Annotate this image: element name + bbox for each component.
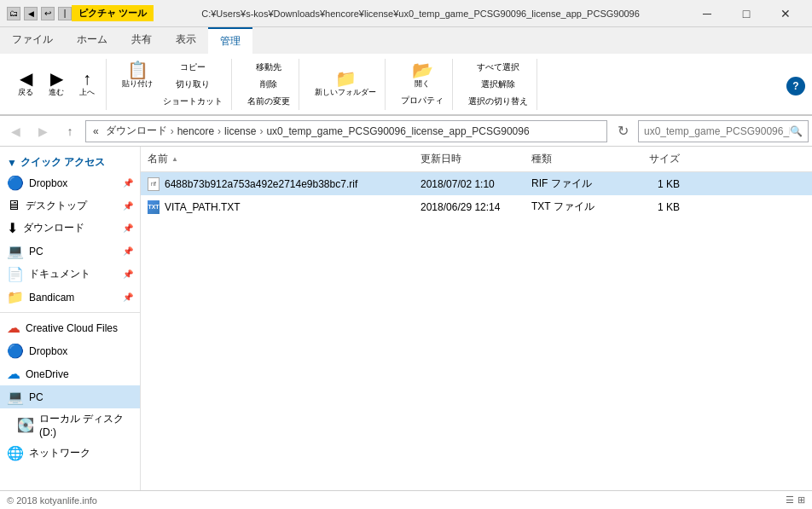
file-size-1: 1 KB bbox=[618, 200, 687, 215]
file-date-0: 2018/07/02 1:10 bbox=[414, 176, 525, 192]
ribbon-btn-forward[interactable]: ▶ 進む bbox=[43, 68, 70, 100]
file-row-0[interactable]: rif 6488b73b912a753a492e2714e9b38bc7.rif… bbox=[141, 172, 812, 195]
sidebar-item-network-label: ネットワーク bbox=[29, 446, 133, 460]
tab-share[interactable]: 共有 bbox=[119, 27, 164, 54]
ribbon-btn-select-none[interactable]: 選択解除 bbox=[478, 77, 519, 92]
nav-up-button[interactable]: ↑ bbox=[58, 119, 82, 143]
statusbar: © 2018 kotyanlife.info ☰ ⊞ bbox=[0, 490, 812, 509]
ribbon-btn-back[interactable]: ◀ 戻る bbox=[12, 68, 39, 100]
breadcrumb-license[interactable]: license bbox=[223, 125, 258, 137]
btn-new-folder-label: 新しいフォルダー bbox=[315, 87, 376, 98]
breadcrumb-hencore[interactable]: hencore bbox=[176, 125, 216, 137]
search-icon: 🔍 bbox=[790, 125, 803, 137]
piccha-tab[interactable]: ピクチャ ツール bbox=[72, 5, 154, 21]
ribbon-btn-cut[interactable]: 切り取り bbox=[160, 77, 226, 92]
list-view-icon[interactable]: ☰ bbox=[786, 495, 794, 506]
maximize-button[interactable]: □ bbox=[727, 0, 766, 27]
forward-icon: ▶ bbox=[50, 70, 63, 87]
undo-icon[interactable]: ↩ bbox=[41, 7, 55, 20]
sidebar-item-dropbox2[interactable]: 🔵 Dropbox bbox=[0, 339, 140, 362]
refresh-button[interactable]: ↻ bbox=[611, 119, 635, 143]
sidebar-item-creative-cloud[interactable]: ☁ Creative Cloud Files bbox=[0, 316, 140, 339]
sidebar-section-quick-access[interactable]: ▼ クイック アクセス bbox=[0, 150, 140, 171]
ribbon-btn-new-folder[interactable]: 📁 新しいフォルダー bbox=[311, 68, 380, 100]
address-path[interactable]: « ダウンロード › hencore › license › ux0_temp_… bbox=[85, 120, 607, 142]
sidebar-item-network[interactable]: 🌐 ネットワーク bbox=[0, 442, 140, 465]
sidebar-item-local-disk[interactable]: 💽 ローカル ディスク (D:) bbox=[0, 408, 140, 442]
ribbon-btn-rename[interactable]: 名前の変更 bbox=[244, 94, 293, 109]
pin-icon-2: 📌 bbox=[123, 223, 133, 233]
bandicam-folder-icon: 📁 bbox=[7, 289, 24, 305]
ribbon-btn-copy[interactable]: コピー bbox=[160, 60, 226, 75]
ribbon-group-nav: ◀ 戻る ▶ 進む ↑ 上へ bbox=[7, 59, 107, 110]
sidebar-item-desktop-label: デスクトップ bbox=[26, 199, 118, 213]
documents-icon: 📄 bbox=[7, 266, 24, 282]
help-button[interactable]: ? bbox=[786, 77, 805, 95]
titlebar-controls: ─ □ ✕ bbox=[687, 0, 805, 27]
sidebar: ▼ クイック アクセス 🔵 Dropbox 📌 🖥 デスクトップ 📌 ⬇ ダウン… bbox=[0, 147, 141, 490]
ribbon-row-nav: ◀ 戻る ▶ 進む ↑ 上へ bbox=[12, 68, 101, 100]
file-date-1: 2018/06/29 12:14 bbox=[414, 200, 525, 215]
nav-forward-button[interactable]: ▶ bbox=[31, 119, 55, 143]
ribbon-btn-delete[interactable]: 削除 bbox=[255, 77, 282, 92]
tab-manage[interactable]: 管理 bbox=[208, 27, 252, 54]
quick-access-icon[interactable]: ◀ bbox=[24, 7, 38, 20]
pin-icon-4: 📌 bbox=[123, 269, 133, 279]
col-size-label: サイズ bbox=[649, 153, 680, 165]
search-input[interactable] bbox=[644, 125, 790, 137]
net-icon: 🌐 bbox=[7, 445, 24, 461]
sidebar-item-pc-label: PC bbox=[29, 391, 133, 403]
sidebar-item-desktop[interactable]: 🖥 デスクトップ 📌 bbox=[0, 194, 140, 217]
sidebar-item-dropbox[interactable]: 🔵 Dropbox 📌 bbox=[0, 171, 140, 194]
ribbon-row-clipboard: 📋 貼り付け コピー 切り取り ショートカット bbox=[119, 60, 226, 109]
sidebar-item-documents[interactable]: 📄 ドキュメント 📌 bbox=[0, 263, 140, 286]
sidebar-item-downloads[interactable]: ⬇ ダウンロード 📌 bbox=[0, 217, 140, 240]
breadcrumb-current[interactable]: ux0_temp_game_PCSG90096_license_app_PCSG… bbox=[264, 125, 531, 137]
file-icon-txt: TXT bbox=[148, 200, 160, 214]
redo-icon[interactable]: | bbox=[58, 7, 72, 20]
sidebar-item-onedrive[interactable]: ☁ OneDrive bbox=[0, 362, 140, 385]
new-folder-icon: 📁 bbox=[335, 70, 357, 87]
ribbon-btn-move[interactable]: 移動先 bbox=[252, 60, 285, 75]
tab-file[interactable]: ファイル bbox=[0, 27, 65, 54]
file-row-1[interactable]: TXT VITA_PATH.TXT 2018/06/29 12:14 TXT フ… bbox=[141, 195, 812, 218]
breadcrumb-downloads[interactable]: ダウンロード bbox=[104, 124, 169, 138]
sidebar-item-bandicam-label: Bandicam bbox=[29, 292, 118, 304]
sidebar-item-onedrive-label: OneDrive bbox=[26, 368, 133, 380]
ribbon-content: ◀ 戻る ▶ 進む ↑ 上へ 📋 貼り付け bbox=[0, 54, 812, 115]
col-header-name[interactable]: 名前 ▲ bbox=[141, 150, 414, 168]
breadcrumb-root[interactable]: « bbox=[91, 125, 101, 137]
back-icon: ◀ bbox=[20, 70, 32, 87]
col-header-type[interactable]: 種類 bbox=[525, 150, 618, 168]
pc-icon-qa: 💻 bbox=[7, 243, 24, 259]
tab-view[interactable]: 表示 bbox=[164, 27, 208, 54]
sidebar-item-pc-qa[interactable]: 💻 PC 📌 bbox=[0, 240, 140, 263]
dropbox2-icon: 🔵 bbox=[7, 343, 24, 359]
search-box[interactable]: 🔍 bbox=[638, 120, 809, 142]
nav-back-button[interactable]: ◀ bbox=[3, 119, 27, 143]
col-header-size[interactable]: サイズ bbox=[618, 150, 687, 168]
ribbon-btn-copy-paste[interactable]: 📋 貼り付け bbox=[119, 60, 156, 109]
tab-home[interactable]: ホーム bbox=[65, 27, 119, 54]
file-type-0: RIF ファイル bbox=[525, 175, 618, 193]
minimize-button[interactable]: ─ bbox=[687, 0, 727, 27]
grid-view-icon[interactable]: ⊞ bbox=[798, 495, 805, 506]
ribbon-btn-up[interactable]: ↑ 上へ bbox=[73, 68, 101, 100]
ribbon-btn-select-all[interactable]: すべて選択 bbox=[473, 60, 523, 75]
col-header-date[interactable]: 更新日時 bbox=[414, 150, 525, 168]
ribbon-btn-shortcut[interactable]: ショートカット bbox=[160, 94, 226, 109]
ribbon-btn-open[interactable]: 📂 開く bbox=[409, 60, 437, 91]
breadcrumb-arrow-2: › bbox=[216, 125, 223, 137]
address-bar: ◀ ▶ ↑ « ダウンロード › hencore › license › ux0… bbox=[0, 116, 812, 147]
file-name-label-0: 6488b73b912a753a492e2714e9b38bc7.rif bbox=[165, 178, 357, 190]
sidebar-item-bandicam[interactable]: 📁 Bandicam 📌 bbox=[0, 286, 140, 309]
window-icon: 🗂 bbox=[7, 7, 20, 20]
file-name-0: rif 6488b73b912a753a492e2714e9b38bc7.rif bbox=[141, 176, 414, 193]
ribbon-btn-properties[interactable]: プロパティ bbox=[397, 93, 447, 108]
ribbon-btn-invert[interactable]: 選択の切り替え bbox=[465, 94, 531, 109]
pin-icon-1: 📌 bbox=[123, 201, 133, 211]
sidebar-item-pc[interactable]: 💻 PC bbox=[0, 385, 140, 408]
breadcrumb-arrow-3: › bbox=[258, 125, 264, 137]
btn-forward-label: 進む bbox=[49, 87, 64, 98]
close-button[interactable]: ✕ bbox=[766, 0, 805, 27]
